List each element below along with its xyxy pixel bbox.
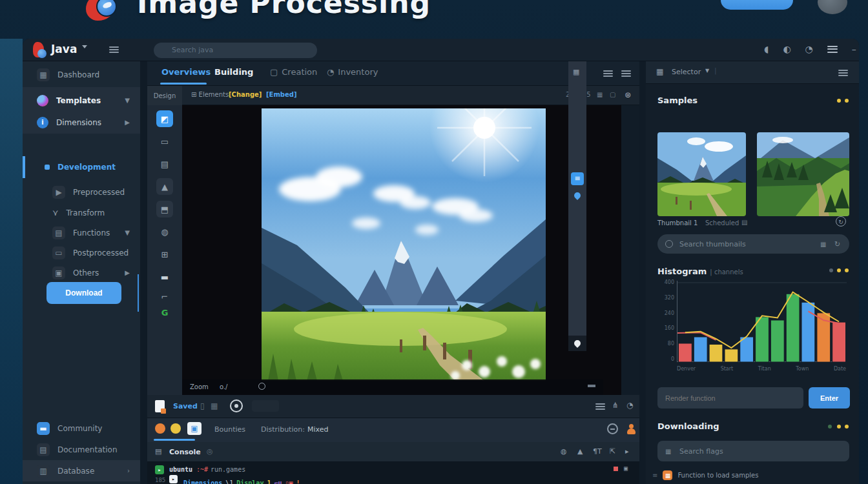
clock-icon[interactable]: ◔ (805, 44, 813, 54)
search-input[interactable]: Search java (154, 43, 317, 58)
sidebar-item-dimensions[interactable]: i Dimensions ▶ (23, 112, 140, 133)
console-title: Console (169, 448, 201, 456)
thumbnail-image (757, 132, 849, 216)
file-icon[interactable] (155, 400, 165, 412)
bounties-tab[interactable]: Bounties (214, 425, 245, 434)
globe-tool[interactable]: ◍ (156, 223, 173, 240)
refresh-circle-icon[interactable]: ↻ (836, 216, 846, 227)
pilcrow-icon[interactable]: ¶T (593, 447, 602, 456)
embed-button[interactable]: [Embed] (266, 91, 297, 98)
sidebar-item-label: Development (57, 163, 116, 172)
sidebar-subitem-transform[interactable]: ⋎ Transform (23, 202, 140, 223)
saved-link[interactable]: Saved (173, 402, 198, 410)
console-code-line: Dimensions\1Display1⌐u▯▣! (183, 476, 304, 484)
panel-menu-icon[interactable] (838, 70, 848, 76)
target-icon[interactable]: ◎ (625, 91, 631, 98)
expand-icon[interactable]: ⇱ (610, 447, 615, 456)
sidebar-subitem-functions[interactable]: ▤ Functions ▼ (23, 222, 140, 243)
compact-view-icon[interactable] (621, 70, 631, 77)
sidebar-item-community[interactable]: ▬ Community (23, 418, 140, 439)
sidebar-item-dashboard[interactable]: ▦ Dashboard (23, 64, 140, 85)
header-cta-button[interactable] (721, 0, 793, 10)
tab-building[interactable]: Building (214, 67, 253, 77)
droplet-icon[interactable] (573, 339, 582, 348)
record-button[interactable] (230, 399, 243, 412)
brand-caret-icon[interactable] (82, 45, 87, 48)
run-icon[interactable]: ▸ (625, 447, 629, 456)
droplet-icon[interactable] (573, 191, 582, 200)
tab-inventory[interactable]: ◔Inventory (327, 67, 378, 77)
distribution-tab[interactable]: Distribution: (261, 425, 305, 434)
power-icon[interactable]: ◎ (207, 447, 213, 456)
pen-icon[interactable]: ▲ (577, 447, 583, 456)
pages-icon[interactable]: ▯ (200, 401, 205, 410)
blue-doc-icon[interactable]: ▣ (187, 422, 202, 435)
copy-icon[interactable]: ▣ (624, 465, 628, 472)
sidebar-subitem-preprocessed[interactable]: ▶ Preprocessed (23, 181, 140, 203)
elements-button[interactable]: ⊞ Elements (191, 91, 229, 98)
flags-search-input[interactable]: ▦ Search flags (657, 441, 849, 461)
docs-icon: ▤ (37, 443, 50, 456)
stamp-tool[interactable]: ⬒ (156, 201, 173, 217)
yellow-dot-icon[interactable] (170, 423, 181, 434)
tab-creation[interactable]: ▢Creation (270, 67, 317, 77)
thumbnail-search-input[interactable]: Search thumbnails ▦ ↻ (657, 234, 849, 254)
tree-row-function[interactable]: ≡ ▦ Function to load samples (652, 470, 758, 480)
g-tool[interactable]: G (156, 307, 173, 318)
orange-dot-icon[interactable] (155, 423, 165, 434)
canvas-scroll-rail[interactable]: ▦ ≡ (568, 61, 586, 336)
render-function-input[interactable] (657, 387, 803, 408)
menu-burger-icon[interactable] (109, 46, 119, 53)
list-view-icon[interactable] (603, 70, 613, 77)
sidebar-item-documentation[interactable]: ▤ Documentation (23, 439, 140, 460)
sidebar-item-development[interactable]: Development (23, 156, 140, 177)
rail-blue-button[interactable]: ≡ (571, 172, 584, 185)
image-canvas[interactable]: Zoom o./ (182, 105, 621, 395)
enter-button[interactable]: Enter (809, 387, 850, 408)
thumbnail-1[interactable] (657, 132, 746, 216)
stack-menu-icon[interactable] (827, 46, 838, 53)
chevron-down-icon: ▼ (705, 68, 709, 74)
number-circle-icon[interactable]: ◍ (561, 447, 567, 456)
selector-dropdown[interactable]: Selector (672, 68, 701, 76)
grid-icon[interactable]: ▦ (820, 241, 826, 248)
ghost-button[interactable] (252, 400, 279, 412)
frame-icon[interactable]: ▢ (610, 91, 615, 98)
minimize-icon[interactable]: – (852, 44, 856, 54)
crop-tool[interactable]: ⊞ (156, 246, 173, 263)
sidebar-subitem-postprocessed[interactable]: ▭ Postprocessed (23, 242, 140, 263)
refresh-icon[interactable]: ↻ (834, 240, 840, 248)
minus-circle-icon[interactable] (607, 423, 618, 434)
avatar[interactable] (818, 0, 847, 14)
thumbnail-2[interactable] (757, 132, 849, 216)
grid-small-icon[interactable]: ▦ (211, 401, 218, 410)
minus-icon[interactable] (588, 385, 595, 387)
collapse-icon[interactable]: ≡ (652, 472, 657, 479)
moon-icon[interactable]: ◖ (764, 44, 769, 54)
book-tool[interactable]: ▤ (156, 156, 173, 172)
grid-icon[interactable]: ▦ (597, 91, 603, 98)
flag-tool[interactable]: ⌐ (156, 291, 173, 301)
list-icon[interactable]: ▤ (741, 219, 747, 226)
rect-tool[interactable]: ▭ (156, 133, 173, 150)
sidebar-subitem-others[interactable]: ▣ Others ▶ (23, 262, 140, 283)
status-dot (845, 99, 849, 103)
sidebar-item-database[interactable]: ▥ Database › (23, 460, 140, 481)
info-circle-icon[interactable]: ◔ (626, 401, 633, 410)
download-button[interactable]: Download (46, 282, 121, 304)
tab-overviews[interactable]: Overviews (161, 67, 211, 77)
list-icon[interactable] (595, 403, 605, 410)
fork-icon[interactable]: ⋔ (612, 401, 619, 410)
select-tool[interactable]: ◩ (156, 110, 173, 127)
pen-tool[interactable]: ▲ (156, 178, 173, 195)
globe-icon[interactable]: ◐ (783, 44, 790, 54)
rail-grid-icon[interactable]: ▦ (573, 68, 579, 76)
change-button[interactable]: [Change] (229, 91, 262, 98)
histogram-subtitle: | channels (710, 268, 743, 276)
sidebar-item-templates[interactable]: Templates ▼ (23, 90, 140, 111)
stop-icon[interactable] (614, 467, 618, 471)
terminal-icon: ▤ (155, 447, 161, 456)
eraser-tool[interactable]: ▬ (156, 268, 173, 285)
console-output[interactable]: ▸ ubuntu :~# run.games ▣ 185 ▸ Dimension… (147, 462, 639, 484)
chevron-down-icon: ▼ (125, 97, 130, 104)
